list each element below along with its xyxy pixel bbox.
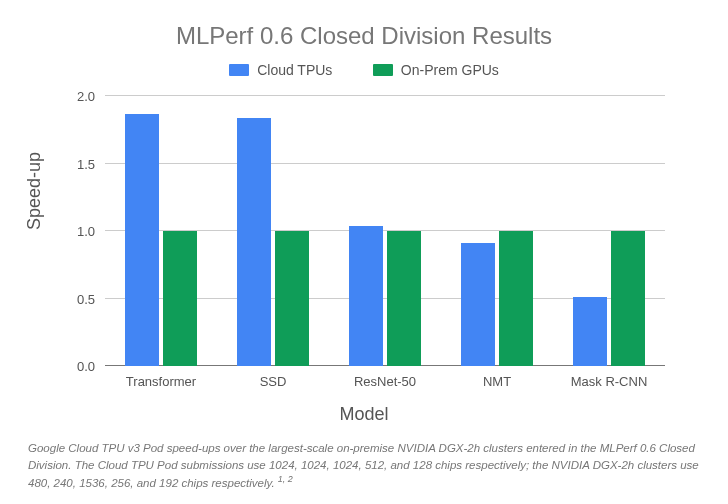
caption-text: Google Cloud TPU v3 Pod speed-ups over t… [28,442,699,489]
y-tick-label: 1.0 [77,224,105,239]
chart-container: MLPerf 0.6 Closed Division Results Cloud… [0,0,728,504]
bar-cloud-tpus [461,243,495,366]
bar-cloud-tpus [573,297,607,366]
plot-area: 0.00.51.01.52.0TransformerSSDResNet-50NM… [105,96,665,366]
bar-on-prem-gpus [611,231,645,366]
caption-footnote-ref: 1, 2 [278,474,293,484]
bar-on-prem-gpus [163,231,197,366]
x-tick-label: Mask R-CNN [531,366,688,389]
bar-group: NMT [441,96,553,366]
bar-cloud-tpus [349,226,383,366]
caption: Google Cloud TPU v3 Pod speed-ups over t… [28,440,700,492]
y-tick-label: 2.0 [77,89,105,104]
bar-group: SSD [217,96,329,366]
y-tick-label: 0.5 [77,291,105,306]
bar-group: Transformer [105,96,217,366]
bar-on-prem-gpus [275,231,309,366]
bar-cloud-tpus [125,114,159,366]
legend-label-cloud-tpus: Cloud TPUs [257,62,332,78]
y-axis-title: Speed-up [24,152,45,230]
chart-title: MLPerf 0.6 Closed Division Results [0,22,728,50]
legend-item-cloud-tpus: Cloud TPUs [229,62,332,78]
legend-item-on-prem-gpus: On-Prem GPUs [373,62,499,78]
legend-swatch-cloud-tpus [229,64,249,76]
bar-group: Mask R-CNN [553,96,665,366]
legend-label-on-prem-gpus: On-Prem GPUs [401,62,499,78]
x-axis-title: Model [0,404,728,425]
legend: Cloud TPUs On-Prem GPUs [0,62,728,80]
bar-group: ResNet-50 [329,96,441,366]
bar-on-prem-gpus [499,231,533,366]
y-tick-label: 1.5 [77,156,105,171]
bar-cloud-tpus [237,118,271,366]
legend-swatch-on-prem-gpus [373,64,393,76]
bar-on-prem-gpus [387,231,421,366]
